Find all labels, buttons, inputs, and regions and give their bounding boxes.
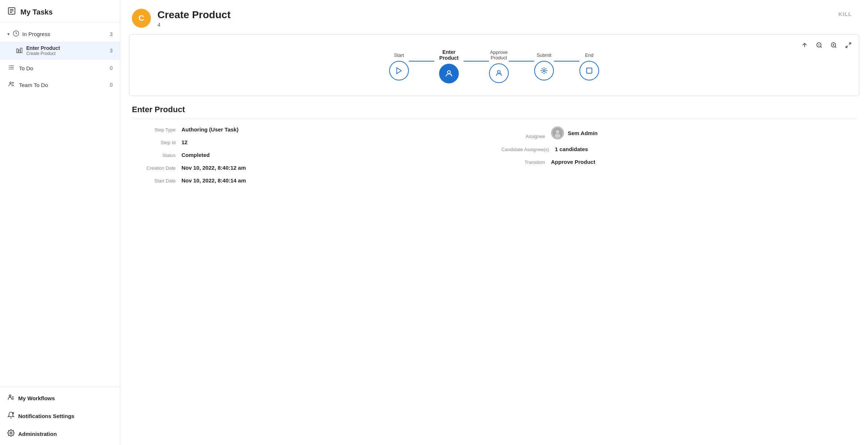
workflow-node-end[interactable]: End bbox=[579, 52, 599, 80]
zoom-out-button[interactable] bbox=[814, 40, 825, 51]
end-label: End bbox=[585, 52, 593, 58]
notifications-settings-item[interactable]: Notifications Settings bbox=[0, 407, 120, 425]
to-do-count: 0 bbox=[110, 65, 113, 71]
in-progress-icon bbox=[13, 30, 19, 38]
team-to-do-item[interactable]: Team To Do 0 bbox=[0, 76, 120, 93]
assignee-row: Assignee Sem Admin bbox=[501, 126, 856, 139]
svg-point-30 bbox=[447, 71, 450, 74]
administration-item[interactable]: Administration bbox=[0, 425, 120, 443]
connector-1 bbox=[409, 61, 434, 62]
detail-section: Enter Product Step Type Authoring (User … bbox=[120, 105, 868, 195]
svg-rect-6 bbox=[19, 50, 20, 53]
enter-product-text: Enter Product Create Product bbox=[26, 45, 106, 56]
svg-point-12 bbox=[12, 82, 13, 83]
svg-line-21 bbox=[820, 46, 821, 47]
svg-point-36 bbox=[555, 134, 560, 138]
status-row: Status Completed bbox=[132, 152, 487, 158]
in-progress-label: In Progress bbox=[22, 31, 107, 37]
start-label: Start bbox=[394, 52, 404, 58]
enter-product-circle bbox=[439, 64, 459, 83]
enter-product-item[interactable]: Enter Product Create Product 3 bbox=[0, 42, 120, 60]
start-circle bbox=[389, 61, 409, 80]
svg-marker-29 bbox=[397, 67, 402, 74]
title-block: Create Product 4 bbox=[157, 9, 231, 28]
transition-value: Approve Product bbox=[551, 159, 595, 165]
in-progress-section: ▾ In Progress 3 bbox=[0, 27, 120, 60]
team-to-do-label: Team To Do bbox=[19, 82, 106, 88]
administration-label: Administration bbox=[18, 431, 57, 437]
workflow-nodes: Start Enter Product bbox=[389, 49, 599, 83]
in-progress-count: 3 bbox=[110, 31, 113, 37]
to-do-label: To Do bbox=[19, 65, 106, 71]
kill-button[interactable]: KILL bbox=[834, 9, 856, 19]
svg-point-11 bbox=[10, 82, 12, 84]
sidebar-header: My Tasks bbox=[0, 0, 120, 23]
in-progress-group[interactable]: ▾ In Progress 3 bbox=[0, 27, 120, 42]
transition-label: Transition bbox=[501, 160, 545, 165]
notification-settings-icon bbox=[7, 411, 15, 421]
enter-product-count: 3 bbox=[110, 48, 113, 54]
main-content: C Create Product 4 KILL bbox=[120, 0, 868, 445]
svg-rect-5 bbox=[17, 49, 19, 53]
sidebar: My Tasks ▾ In Progress 3 bbox=[0, 0, 120, 445]
sidebar-title: My Tasks bbox=[20, 8, 53, 16]
status-label: Status bbox=[132, 153, 176, 158]
team-to-do-icon bbox=[7, 81, 15, 89]
enter-product-icon bbox=[16, 47, 23, 55]
scroll-up-button[interactable] bbox=[799, 40, 810, 51]
my-workflows-item[interactable]: My Workflows bbox=[0, 389, 120, 407]
creation-date-value: Nov 10, 2022, 8:40:12 am bbox=[181, 165, 246, 171]
svg-point-35 bbox=[556, 130, 559, 133]
end-circle bbox=[579, 61, 599, 80]
content-header: C Create Product 4 KILL bbox=[120, 0, 868, 34]
assignee-label: Assignee bbox=[501, 134, 545, 139]
step-id-row: Step Id 12 bbox=[132, 139, 487, 145]
assignee-value-row: Sem Admin bbox=[551, 126, 598, 139]
svg-point-17 bbox=[12, 412, 14, 414]
team-to-do-count: 0 bbox=[110, 82, 113, 88]
workflow-node-submit[interactable]: Submit bbox=[534, 52, 554, 80]
start-date-row: Start Date Nov 10, 2022, 8:40:14 am bbox=[132, 177, 487, 184]
detail-title: Enter Product bbox=[132, 105, 856, 114]
connector-3 bbox=[509, 61, 534, 62]
status-value: Completed bbox=[181, 152, 210, 158]
assignee-avatar bbox=[551, 126, 564, 139]
step-type-value: Authoring (User Task) bbox=[181, 126, 238, 133]
zoom-in-button[interactable] bbox=[828, 40, 839, 51]
step-type-label: Step Type bbox=[132, 127, 176, 133]
candidate-assignee-label: Candidate Assignee(s) bbox=[501, 147, 549, 152]
candidate-assignee-value: 1 candidates bbox=[555, 146, 588, 152]
workflow-node-start[interactable]: Start bbox=[389, 52, 409, 80]
enter-product-main: Enter Product bbox=[26, 45, 106, 51]
svg-point-18 bbox=[10, 432, 12, 434]
workflow-node-enter-product[interactable]: Enter Product bbox=[434, 49, 464, 83]
creation-date-label: Creation Date bbox=[132, 165, 176, 171]
start-date-value: Nov 10, 2022, 8:40:14 am bbox=[181, 177, 246, 184]
svg-point-31 bbox=[497, 71, 500, 73]
workflow-nodes-area: Start Enter Product bbox=[137, 42, 852, 87]
step-id-value: 12 bbox=[181, 139, 188, 145]
sidebar-nav: ▾ In Progress 3 bbox=[0, 23, 120, 387]
detail-left: Step Type Authoring (User Task) Step Id … bbox=[132, 126, 487, 184]
connector-4 bbox=[554, 61, 579, 62]
svg-rect-33 bbox=[587, 68, 592, 73]
detail-grid: Step Type Authoring (User Task) Step Id … bbox=[132, 126, 856, 184]
assignee-name: Sem Admin bbox=[568, 130, 598, 136]
submit-label: Submit bbox=[537, 52, 551, 58]
workflow-node-approve-product[interactable]: ApproveProduct bbox=[489, 50, 509, 83]
approve-product-circle bbox=[489, 63, 509, 83]
tasks-icon bbox=[7, 7, 16, 17]
fullscreen-button[interactable] bbox=[843, 40, 854, 51]
enter-product-sub: Create Product bbox=[26, 51, 106, 56]
creation-date-row: Creation Date Nov 10, 2022, 8:40:12 am bbox=[132, 165, 487, 171]
svg-point-32 bbox=[543, 70, 545, 72]
diagram-controls bbox=[799, 40, 854, 51]
start-date-label: Start Date bbox=[132, 178, 176, 184]
title-row: C Create Product 4 bbox=[132, 9, 231, 28]
step-type-row: Step Type Authoring (User Task) bbox=[132, 126, 487, 133]
to-do-item[interactable]: To Do 0 bbox=[0, 60, 120, 76]
candidate-assignee-row: Candidate Assignee(s) 1 candidates bbox=[501, 146, 856, 152]
submit-circle bbox=[534, 61, 554, 80]
svg-line-24 bbox=[835, 46, 836, 47]
workflow-diagram: Start Enter Product bbox=[129, 34, 859, 96]
